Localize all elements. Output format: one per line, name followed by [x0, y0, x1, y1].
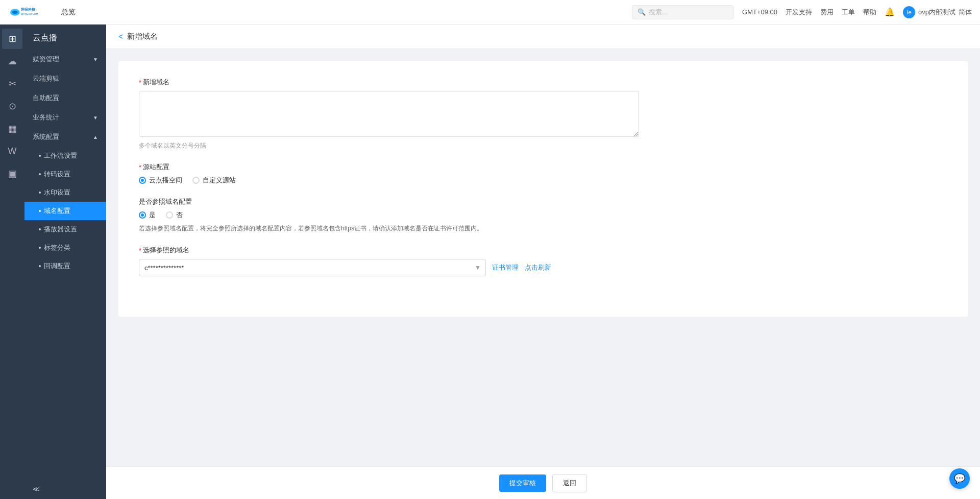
ref-yes-label: 是 [149, 210, 156, 220]
chat-bubble-btn[interactable]: 💬 [949, 468, 970, 489]
back-btn[interactable]: 返回 [552, 474, 587, 492]
sidebar-sub-transcode[interactable]: 转码设置 [24, 165, 106, 183]
dot-icon [39, 228, 41, 230]
system-config-arrow-icon: ▲ [93, 134, 98, 140]
logo-area: 网宿科技 WANGSU.COM [8, 5, 49, 20]
sidebar-sub-player[interactable]: 播放器设置 [24, 220, 106, 239]
sidebar-sub-transcode-label: 转码设置 [44, 170, 70, 179]
language-label: 简体 [959, 8, 972, 17]
ref-domain-label: 是否参照域名配置 [139, 197, 947, 206]
sidebar-sub-player-label: 播放器设置 [44, 225, 77, 234]
radio-yes-icon [139, 211, 146, 219]
content-area: < 新增域名 * 新增域名 多个域名以英文分号分隔 * [106, 25, 980, 499]
domain-name-hint: 多个域名以英文分号分隔 [139, 141, 947, 150]
ref-domain-group: 是否参照域名配置 是 否 若选择参照域名配置，将完全参照所选择的域名配置内容，若… [139, 197, 947, 233]
origin-cloud-option[interactable]: 云点播空间 [139, 176, 182, 185]
sidebar-item-self-config[interactable]: 自助配置 [24, 88, 106, 108]
back-arrow-icon[interactable]: < [118, 32, 123, 41]
origin-cloud-label: 云点播空间 [149, 176, 182, 185]
sidebar-title: 云点播 [24, 25, 106, 50]
sidebar-item-self-config-label: 自助配置 [33, 93, 59, 103]
bottom-bar: 提交审核 返回 [106, 466, 980, 499]
cost-link[interactable]: 费用 [820, 8, 834, 17]
nav-right: GMT+09:00 开发支持 费用 工单 帮助 🔔 Ie ovp内部测试 简体 [742, 6, 972, 18]
select-ref-wrap: c************** ▼ [139, 259, 486, 276]
form-card: * 新增域名 多个域名以英文分号分隔 * 源站配置 云点播 [118, 61, 968, 317]
sidebar-sub-workflow[interactable]: 工作流设置 [24, 147, 106, 165]
sidebar-sub-domain[interactable]: 域名配置 [24, 202, 106, 220]
cert-management-link[interactable]: 证书管理 [492, 263, 519, 272]
dot-icon [39, 173, 41, 175]
sidebar-collapse-btn[interactable]: ≪ [24, 479, 106, 499]
user-menu[interactable]: Ie ovp内部测试 简体 [903, 6, 972, 18]
icon-sidebar-scissors[interactable]: ✂ [2, 74, 22, 94]
origin-custom-label: 自定义源站 [203, 176, 236, 185]
page-body: * 新增域名 多个域名以英文分号分隔 * 源站配置 云点播 [106, 49, 980, 466]
select-ref-dropdown[interactable]: c************** [139, 259, 486, 276]
icon-sidebar-w[interactable]: W [2, 141, 22, 161]
select-ref-group: * 选择参照的域名 c************** ▼ 证书管理 点击刷新 [139, 246, 947, 276]
sidebar-item-media[interactable]: 媒资管理 ▼ [24, 50, 106, 69]
ref-yes-option[interactable]: 是 [139, 210, 156, 220]
dot-icon [39, 247, 41, 249]
main-layout: ⊞ ☁ ✂ ⊙ ▦ W ▣ 云点播 媒资管理 ▼ 云端剪辑 自助配置 业务统计 … [0, 25, 980, 499]
sidebar-item-media-label: 媒资管理 [33, 55, 59, 64]
dot-icon [39, 155, 41, 157]
sidebar-sub-watermark-label: 水印设置 [44, 188, 70, 197]
timezone-label: GMT+09:00 [742, 8, 777, 16]
notification-bell-icon[interactable]: 🔔 [885, 7, 895, 17]
avatar-initials: Ie [906, 9, 911, 15]
icon-sidebar-grid[interactable]: ⊞ [2, 29, 22, 49]
stats-arrow-icon: ▼ [93, 115, 98, 121]
icon-sidebar-circle[interactable]: ⊙ [2, 96, 22, 116]
ref-no-label: 否 [176, 210, 183, 220]
sidebar-sub-callback-label: 回调配置 [44, 262, 70, 271]
domain-name-label: * 新增域名 [139, 78, 947, 87]
sidebar-sub-domain-label: 域名配置 [44, 206, 70, 216]
refresh-link[interactable]: 点击刷新 [525, 263, 551, 272]
search-placeholder: 搜索... [649, 8, 668, 17]
sidebar-item-stats-label: 业务统计 [33, 113, 59, 122]
nav-overview-label[interactable]: 总览 [61, 8, 76, 17]
help-link[interactable]: 帮助 [863, 8, 876, 17]
sidebar-sub-tags-label: 标签分类 [44, 243, 70, 252]
sidebar-sub-tags[interactable]: 标签分类 [24, 239, 106, 257]
sidebar-sub-watermark[interactable]: 水印设置 [24, 183, 106, 202]
ref-no-option[interactable]: 否 [166, 210, 183, 220]
icon-sidebar-table[interactable]: ▦ [2, 118, 22, 139]
submit-btn[interactable]: 提交审核 [499, 474, 546, 492]
top-nav: 网宿科技 WANGSU.COM 总览 🔍 搜索... GMT+09:00 开发支… [0, 0, 980, 25]
dev-support-link[interactable]: 开发支持 [786, 8, 812, 17]
sidebar-sub-callback[interactable]: 回调配置 [24, 257, 106, 275]
select-ref-row: c************** ▼ 证书管理 点击刷新 [139, 259, 947, 276]
dot-icon [39, 265, 41, 267]
ticket-link[interactable]: 工单 [842, 8, 855, 17]
origin-radio-group: 云点播空间 自定义源站 [139, 176, 947, 185]
page-title: 新增域名 [127, 32, 158, 41]
svg-text:WANGSU.COM: WANGSU.COM [21, 13, 38, 15]
chat-icon: 💬 [954, 473, 965, 484]
avatar: Ie [903, 6, 915, 18]
icon-sidebar-box[interactable]: ▣ [2, 163, 22, 184]
domain-name-input[interactable] [139, 91, 639, 137]
sidebar-item-stats[interactable]: 业务统计 ▼ [24, 108, 106, 127]
sidebar-item-system-config[interactable]: 系统配置 ▲ [24, 127, 106, 147]
sidebar-item-system-config-label: 系统配置 [33, 132, 59, 141]
ref-warning-text: 若选择参照域名配置，将完全参照所选择的域名配置内容，若参照域名包含https证书… [139, 224, 496, 233]
media-arrow-icon: ▼ [93, 57, 98, 62]
sidebar-sub-workflow-label: 工作流设置 [44, 151, 77, 160]
dot-icon [39, 210, 41, 212]
domain-name-group: * 新增域名 多个域名以英文分号分隔 [139, 78, 947, 150]
origin-config-label: * 源站配置 [139, 162, 947, 172]
origin-custom-option[interactable]: 自定义源站 [192, 176, 236, 185]
sidebar-item-cloud-edit-label: 云端剪辑 [33, 74, 59, 83]
icon-sidebar-cloud[interactable]: ☁ [2, 51, 22, 72]
logo-svg: 网宿科技 WANGSU.COM [8, 5, 49, 20]
radio-no-icon [166, 211, 173, 219]
username-label: ovp内部测试 [918, 8, 955, 17]
search-box[interactable]: 🔍 搜索... [632, 5, 734, 19]
sidebar-item-cloud-edit[interactable]: 云端剪辑 [24, 69, 106, 88]
dot-icon [39, 192, 41, 194]
search-icon: 🔍 [638, 8, 646, 16]
required-star: * [139, 79, 141, 86]
